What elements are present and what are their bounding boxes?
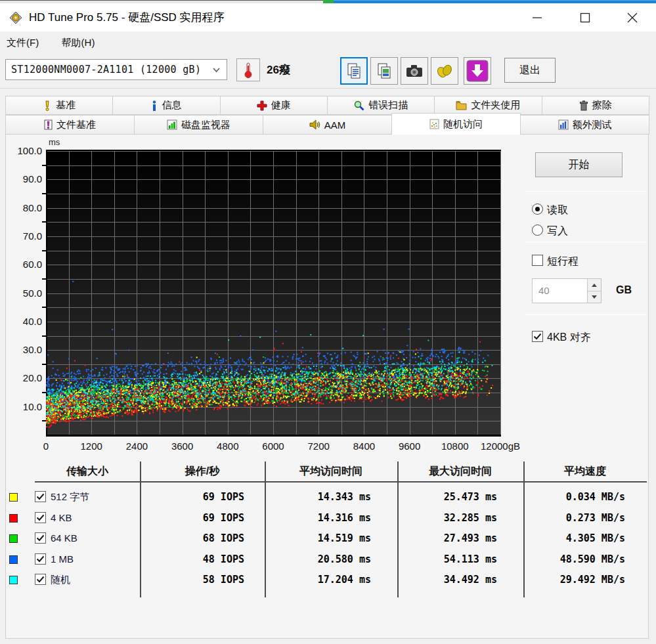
radio-write-label: 写入: [547, 225, 568, 238]
download-button[interactable]: [464, 57, 491, 85]
tab-random-access[interactable]: 随机访问: [391, 113, 521, 135]
avg-speed-value: 29.492 MB/s: [519, 569, 625, 590]
check-icon: [35, 574, 45, 584]
avg-access-value: 20.580 ms: [269, 549, 371, 570]
max-access-value: 27.493 ms: [394, 528, 497, 549]
avg-speed-value: 4.305 MB/s: [519, 528, 625, 549]
temperature-value: 26癈: [267, 58, 290, 81]
short-stroke-checkbox[interactable]: [532, 255, 543, 266]
table-row: 64 KB 68 IOPS 14.519 ms 27.493 ms 4.305 …: [0, 528, 647, 549]
iops-value: 69 IOPS: [140, 486, 244, 507]
series-checkbox[interactable]: [35, 553, 46, 565]
series-color-swatch: [9, 555, 18, 564]
copy-image-button[interactable]: [370, 57, 398, 85]
screenshot-button[interactable]: [401, 57, 428, 85]
tab-extra-tests[interactable]: 额外测试: [520, 115, 649, 135]
magnifier-icon: [354, 100, 364, 111]
x-tick-label: 6000: [247, 440, 299, 452]
series-checkbox[interactable]: [35, 491, 46, 502]
x-tick-label: 7200: [292, 440, 345, 452]
start-button[interactable]: 开始: [535, 152, 623, 177]
y-tick-mark: [42, 165, 46, 166]
download-icon: [466, 60, 489, 82]
copy-text-button[interactable]: [340, 57, 368, 85]
max-access-value: 25.473 ms: [394, 486, 497, 507]
check-icon: [35, 492, 45, 502]
x-tick-label: 12000gB: [474, 440, 527, 452]
tab-benchmark[interactable]: 基准: [5, 96, 113, 115]
avg-speed-value: 48.590 MB/s: [519, 549, 625, 570]
x-tick-label: 1200: [65, 440, 118, 452]
tab-erase[interactable]: 擦除: [542, 96, 649, 115]
iops-value: 48 IOPS: [140, 549, 244, 570]
capacity-unit-label: GB: [616, 284, 632, 296]
tab-error-scan[interactable]: 错误扫描: [327, 96, 435, 115]
file-benchmark-icon: [44, 119, 53, 130]
minimize-button[interactable]: [522, 3, 552, 32]
series-color-swatch: [9, 514, 18, 523]
separator: [525, 242, 647, 242]
x-tick-label: 8400: [338, 440, 390, 452]
series-checkbox[interactable]: [35, 512, 46, 523]
spinner-down[interactable]: [587, 291, 601, 303]
tab-file-benchmark[interactable]: 文件基准: [5, 115, 135, 135]
radio-read-label: 读取: [547, 204, 568, 217]
save-results-button[interactable]: [431, 57, 458, 85]
series-color-swatch: [9, 493, 18, 502]
random-access-icon: [429, 119, 439, 129]
speaker-icon: [309, 119, 320, 130]
max-access-value: 32.285 ms: [394, 507, 497, 528]
y-tick-label: 90.0: [12, 173, 42, 184]
table-row: 4 KB 69 IOPS 14.316 ms 32.285 ms 0.273 M…: [0, 507, 647, 528]
table-row: 随机 58 IOPS 17.204 ms 34.492 ms 29.492 MB…: [0, 569, 647, 590]
table-row: 512 字节 69 IOPS 14.343 ms 25.473 ms 0.034…: [0, 486, 647, 507]
y-tick-mark: [42, 193, 46, 194]
drive-selector[interactable]: ST12000NM0007-2A1101 (12000 gB): [5, 59, 227, 80]
table-row: 1 MB 48 IOPS 20.580 ms 54.113 ms 48.590 …: [0, 549, 647, 570]
series-label: 64 KB: [51, 528, 77, 549]
x-tick-label: 0: [20, 440, 72, 452]
capacity-value: 40: [538, 279, 550, 303]
separator: [525, 191, 647, 192]
health-cross-icon: [257, 100, 267, 111]
tab-health[interactable]: 健康: [220, 96, 328, 115]
capacity-input[interactable]: 40: [532, 278, 601, 303]
max-access-value: 34.492 ms: [394, 569, 497, 590]
separator: [525, 314, 647, 315]
y-tick-label: 10.0: [12, 401, 42, 412]
check-icon: [533, 332, 542, 341]
menu-help[interactable]: 帮助(H): [55, 32, 102, 54]
y-tick-mark: [42, 307, 46, 308]
series-checkbox[interactable]: [35, 574, 46, 585]
tab-info[interactable]: 信息: [112, 96, 220, 115]
toolbar: ST12000NM0007-2A1101 (12000 gB) 26癈: [0, 54, 656, 88]
tab-aam[interactable]: AAM: [263, 115, 392, 135]
exit-button[interactable]: 退出: [504, 58, 556, 83]
series-checkbox[interactable]: [35, 532, 46, 544]
col-transfer-size: 传输大小: [32, 465, 143, 479]
series-label: 4 KB: [51, 507, 72, 528]
radio-write[interactable]: [532, 225, 543, 236]
maximize-button[interactable]: [570, 3, 600, 32]
check-icon: [35, 554, 45, 564]
series-color-swatch: [9, 534, 18, 543]
close-button[interactable]: [617, 3, 647, 32]
align-4kb-checkbox[interactable]: [532, 331, 543, 342]
y-tick-label: 70.0: [12, 230, 42, 242]
radio-read[interactable]: [532, 204, 543, 215]
chevron-down-icon: [213, 68, 220, 72]
menu-file[interactable]: 文件(F): [0, 32, 45, 54]
spinner-up[interactable]: [587, 279, 601, 291]
series-color-swatch: [9, 576, 18, 584]
capacity-spinner[interactable]: [587, 279, 601, 303]
avg-speed-value: 0.034 MB/s: [519, 486, 625, 507]
hands-icon: [436, 62, 453, 79]
short-stroke-label: 短行程: [547, 255, 579, 268]
y-tick-label: 60.0: [12, 259, 42, 270]
tab-folder-usage[interactable]: 文件夹使用: [434, 96, 542, 115]
extra-tests-icon: [558, 119, 569, 130]
benchmark-icon: [43, 100, 52, 111]
y-tick-label: 40.0: [12, 316, 42, 327]
tab-disk-monitor[interactable]: 磁盘监视器: [134, 115, 263, 135]
temperature-button[interactable]: [236, 58, 260, 81]
